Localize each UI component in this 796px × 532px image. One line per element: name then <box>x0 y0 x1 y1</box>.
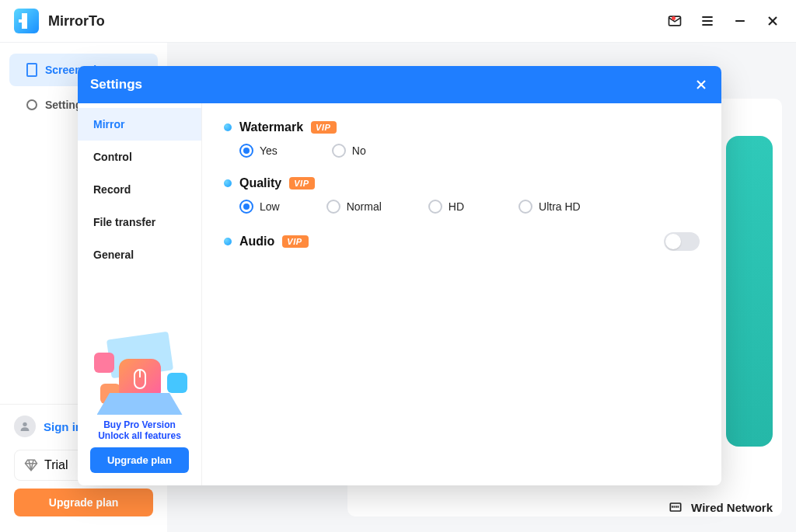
modal-nav-control[interactable]: Control <box>78 141 201 173</box>
promo-line1: Buy Pro Version <box>86 419 194 430</box>
screen-icon <box>26 63 37 77</box>
menu-icon[interactable] <box>698 12 717 30</box>
vip-badge: VIP <box>289 177 315 190</box>
radio-label: HD <box>449 200 464 213</box>
ethernet-icon <box>668 499 683 515</box>
modal-nav-general[interactable]: General <box>78 238 201 271</box>
setting-title: Watermark <box>239 120 303 134</box>
radio-label: Ultra HD <box>539 200 581 213</box>
radio-icon <box>326 200 340 214</box>
vip-badge: VIP <box>282 235 308 248</box>
svg-point-7 <box>23 422 26 426</box>
radio-quality-low[interactable]: Low <box>239 200 280 214</box>
radio-quality-hd[interactable]: HD <box>428 200 464 214</box>
radio-watermark-no[interactable]: No <box>332 144 366 158</box>
device-panel <box>726 136 773 447</box>
promo-upgrade-button[interactable]: Upgrade plan <box>90 447 189 473</box>
plan-label: Trial <box>44 458 68 472</box>
promo-box: Buy Pro Version Unlock all features Upgr… <box>78 322 201 485</box>
radio-quality-normal[interactable]: Normal <box>326 200 382 214</box>
app-title: MirrorTo <box>48 13 105 30</box>
radio-icon <box>332 144 346 158</box>
vip-badge: VIP <box>311 121 337 134</box>
upgrade-plan-button[interactable]: Upgrade plan <box>14 489 153 516</box>
modal-close-button[interactable] <box>693 77 709 92</box>
setting-title: Audio <box>239 235 274 249</box>
modal-nav-mirror[interactable]: Mirror <box>78 108 201 141</box>
radio-quality-ultrahd[interactable]: Ultra HD <box>518 200 581 214</box>
network-label: Wired Network <box>691 501 773 514</box>
modal-title: Settings <box>90 77 142 92</box>
close-icon[interactable] <box>763 12 782 30</box>
radio-label: Low <box>260 200 280 213</box>
promo-line2: Unlock all features <box>86 430 194 441</box>
radio-icon <box>239 200 253 214</box>
setting-watermark: Watermark VIP Yes No <box>224 120 700 158</box>
app-logo <box>14 9 39 33</box>
radio-icon <box>518 200 532 214</box>
setting-audio: Audio VIP <box>224 232 700 251</box>
settings-pane: Watermark VIP Yes No <box>202 103 721 485</box>
modal-nav-record[interactable]: Record <box>78 173 201 206</box>
setting-title: Quality <box>239 176 281 190</box>
bullet-icon <box>224 238 232 245</box>
gear-icon <box>26 99 37 110</box>
setting-quality: Quality VIP Low Normal HD <box>224 176 700 214</box>
radio-icon <box>239 144 253 158</box>
radio-watermark-yes[interactable]: Yes <box>239 144 278 158</box>
settings-modal: Settings Mirror Control Record File tran… <box>78 66 721 485</box>
promo-illustration <box>89 329 190 415</box>
modal-header: Settings <box>78 66 721 103</box>
radio-label: Normal <box>347 200 382 213</box>
diamond-icon <box>24 458 38 472</box>
avatar-icon <box>14 416 36 437</box>
bullet-icon <box>224 179 232 187</box>
titlebar: MirrorTo <box>0 0 796 43</box>
audio-toggle[interactable] <box>664 232 700 251</box>
radio-label: No <box>352 144 366 157</box>
modal-nav: Mirror Control Record File transfer Gene… <box>78 103 202 485</box>
radio-icon <box>428 200 442 214</box>
network-status[interactable]: Wired Network <box>668 499 773 515</box>
modal-nav-file-transfer[interactable]: File transfer <box>78 206 201 238</box>
radio-label: Yes <box>260 144 278 157</box>
bullet-icon <box>224 123 232 131</box>
minimize-icon[interactable] <box>731 12 749 30</box>
sign-in-label: Sign in <box>44 420 82 433</box>
mail-icon[interactable] <box>665 12 684 30</box>
